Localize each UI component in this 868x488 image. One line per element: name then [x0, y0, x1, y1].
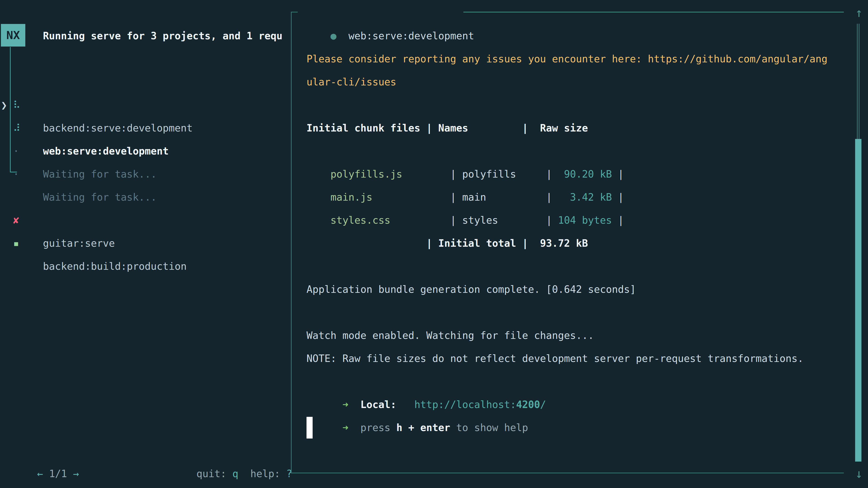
running-bullet-icon: ●: [331, 30, 337, 41]
task-row[interactable]: ✘ guitar:serve: [0, 186, 291, 209]
title-gap: [336, 30, 348, 41]
panel-border-bottom: [291, 473, 844, 473]
chunk-table-row: styles.css | styles | 104 bytes |: [307, 186, 624, 209]
page-title: Running serve for 3 projects, and 1 requ: [43, 24, 290, 47]
help-hint-line: ➜ press h + enter to show help: [307, 393, 528, 416]
chunk-table-header: Initial chunk files | Names | Raw size: [307, 117, 588, 140]
chunk-name: | styles |: [450, 215, 558, 226]
hint-gap: [238, 468, 250, 480]
keyboard-hints: quit: q help: ?: [173, 439, 292, 462]
chunk-file: styles.css: [331, 215, 450, 226]
panel-border-top-stub: [291, 12, 298, 12]
page-next-arrow[interactable]: →: [73, 468, 79, 480]
row-tail-pipe: |: [612, 215, 624, 226]
nx-tui-screen: NX Running serve for 3 projects, and 1 r…: [0, 0, 868, 488]
panel-title: ● web:serve:development: [307, 1, 474, 24]
task-label: Waiting for task...: [43, 163, 157, 186]
task-row[interactable]: · Waiting for task...: [0, 140, 291, 163]
chunk-table-total-row: | Initial total | 93.72 kB: [307, 232, 588, 255]
issue-notice-line1: Please consider reporting any issues you…: [307, 47, 828, 70]
chunk-table-row: main.js | main | 3.42 kB |: [307, 163, 624, 186]
raw-size-note: NOTE: Raw file sizes do not reflect deve…: [307, 347, 804, 370]
panel-border-left: [291, 12, 291, 473]
scrollbar-thumb[interactable]: [855, 139, 862, 462]
success-square-icon: ▪: [13, 232, 19, 255]
help-keys: h + enter: [396, 422, 450, 433]
help-label: help:: [250, 468, 286, 480]
scroll-up-arrow-icon[interactable]: ↑: [850, 1, 868, 24]
panel-border-top: [463, 12, 844, 12]
chunk-table-row: polyfills.js | polyfills | 90.20 kB |: [307, 140, 624, 163]
watch-mode-message: Watch mode enabled. Watching for file ch…: [307, 324, 594, 347]
pending-dot-icon: ·: [13, 163, 19, 186]
issue-notice-line2: ular-cli/issues: [307, 70, 396, 94]
page-indicator: 1/1: [43, 468, 73, 480]
help-post: to show help: [450, 422, 528, 433]
quit-label: quit:: [196, 468, 232, 480]
task-label: guitar:serve: [43, 232, 115, 255]
local-server-line: ➜ Local: http://localhost:4200/: [307, 370, 546, 393]
task-label: backend:build:production: [43, 255, 187, 278]
terminal-cursor: [307, 417, 313, 438]
quit-key: q: [232, 468, 239, 480]
gap: [348, 422, 360, 433]
help-pre: press: [360, 422, 396, 433]
task-row[interactable]: · Waiting for task...: [0, 117, 291, 140]
task-row-selected[interactable]: ⠼ web:serve:development: [0, 94, 291, 117]
page-prev-arrow[interactable]: ←: [37, 468, 43, 480]
scroll-down-arrow-icon[interactable]: ↓: [850, 462, 868, 485]
bundle-complete-message: Application bundle generation complete. …: [307, 278, 636, 301]
chunk-size: 104 bytes: [558, 215, 612, 226]
task-row[interactable]: ▪ backend:build:production: [0, 209, 291, 232]
pagination: ← 1/1 →: [13, 439, 79, 462]
arrow-icon: ➜: [331, 422, 348, 433]
task-row[interactable]: ⠧ backend:serve:development: [0, 70, 291, 94]
panel-title-text: web:serve:development: [348, 30, 474, 41]
nx-logo: NX: [1, 24, 25, 46]
